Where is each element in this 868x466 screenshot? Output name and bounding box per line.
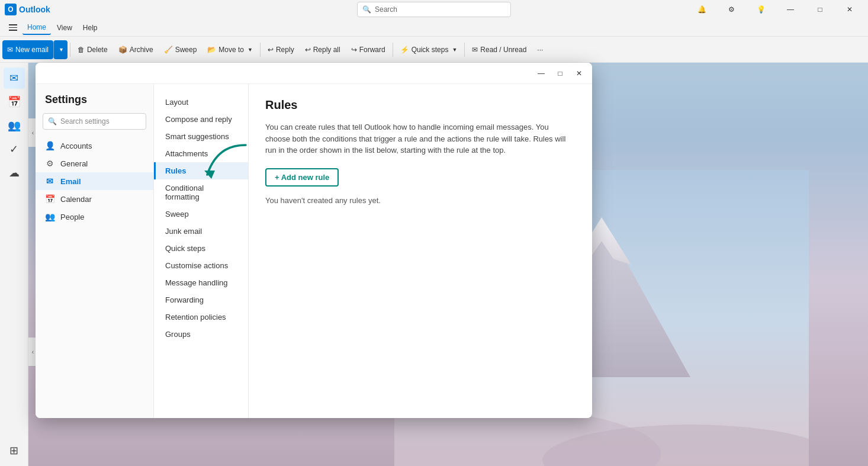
section-conditional[interactable]: Conditional formatting (154, 179, 248, 205)
quicksteps-dropdown-icon: ▼ (452, 47, 457, 53)
sidebar-icon-tasks[interactable]: ✓ (4, 139, 25, 160)
no-rules-message: You haven't created any rules yet. (265, 196, 576, 205)
toolbar-divider-3 (393, 43, 393, 57)
sidebar-icon-mail[interactable]: ✉ (4, 68, 25, 89)
section-attachments[interactable]: Attachments (154, 145, 248, 162)
menu-home[interactable]: Home (22, 21, 51, 35)
delete-button[interactable]: 🗑 Delete (73, 40, 112, 59)
sweep-button[interactable]: 🧹 Sweep (159, 40, 202, 59)
more-button[interactable]: ··· (532, 40, 548, 59)
reply-all-icon: ↩ (305, 46, 311, 54)
lightbulb-icon[interactable]: 💡 (747, 0, 774, 19)
archive-button[interactable]: 📦 Archive (114, 40, 158, 59)
settings-search[interactable]: 🔍 Search settings (43, 113, 146, 130)
more-icon: ··· (537, 46, 543, 54)
calendar-label: Calendar (60, 195, 92, 204)
section-junk[interactable]: Junk email (154, 223, 248, 240)
general-label: General (60, 159, 88, 168)
section-groups[interactable]: Groups (154, 326, 248, 343)
maximize-button[interactable]: □ (806, 0, 834, 19)
sidebar-icon-people[interactable]: 👥 (4, 115, 25, 136)
new-email-group: ✉ New email ▼ (2, 40, 67, 59)
titlebar-left: O Outlook (5, 4, 50, 15)
toolbar: ✉ New email ▼ 🗑 Delete 📦 Archive 🧹 Sweep… (0, 37, 868, 63)
forward-icon: ↪ (351, 46, 357, 54)
section-sweep[interactable]: Sweep (154, 205, 248, 223)
search-icon: 🔍 (362, 5, 371, 14)
settings-nav-people[interactable]: 👥 People (36, 208, 153, 226)
section-retention[interactable]: Retention policies (154, 308, 248, 326)
menubar: Home View Help (0, 19, 868, 37)
search-bar[interactable]: 🔍 Search (357, 2, 511, 17)
read-unread-button[interactable]: ✉ Read / Unread (467, 40, 531, 59)
quick-steps-button[interactable]: ⚡ Quick steps ▼ (396, 40, 462, 59)
settings-nav-general[interactable]: ⚙ General (36, 155, 153, 172)
sidebar-icon-calendar[interactable]: 📅 (4, 91, 25, 113)
settings-nav-accounts[interactable]: 👤 Accounts (36, 137, 153, 155)
close-button[interactable]: ✕ (836, 0, 863, 19)
toolbar-divider-1 (70, 43, 70, 57)
reply-icon: ↩ (268, 46, 274, 54)
app-logo: O Outlook (5, 4, 50, 15)
settings-title: Settings (36, 94, 153, 113)
app-name: Outlook (19, 5, 50, 14)
new-email-dropdown[interactable]: ▼ (53, 40, 67, 59)
settings-search-placeholder: Search settings (60, 117, 110, 126)
settings-left-panel: Settings 🔍 Search settings 👤 Accounts ⚙ … (36, 84, 154, 418)
forward-button[interactable]: ↪ Forward (346, 40, 390, 59)
people-label: People (60, 213, 84, 221)
sidebar-icon-onedrive[interactable]: ☁ (4, 162, 25, 184)
menu-view[interactable]: View (52, 21, 77, 34)
read-icon: ✉ (472, 46, 478, 54)
dialog-maximize-button[interactable]: □ (552, 65, 568, 82)
move-to-button[interactable]: 📂 Move to ▼ (202, 40, 258, 59)
search-placeholder: Search (375, 5, 397, 14)
new-email-label: New email (15, 46, 49, 54)
section-forwarding[interactable]: Forwarding (154, 291, 248, 308)
archive-icon: 📦 (118, 46, 127, 54)
email-nav-icon: ✉ (45, 176, 54, 186)
section-rules[interactable]: Rules (154, 162, 248, 179)
add-rule-label: + Add new rule (275, 173, 329, 182)
sweep-icon: 🧹 (164, 46, 173, 54)
reply-all-button[interactable]: ↩ Reply all (300, 40, 345, 59)
sidebar-icon-apps[interactable]: ⊞ (4, 440, 25, 461)
new-email-button[interactable]: ✉ New email (2, 40, 53, 59)
toolbar-divider-2 (260, 43, 261, 57)
section-customise[interactable]: Customise actions (154, 257, 248, 274)
settings-icon[interactable]: ⚙ (718, 0, 745, 19)
mail-icon: ✉ (7, 46, 13, 54)
moveto-dropdown-icon: ▼ (247, 47, 253, 53)
menu-help[interactable]: Help (78, 21, 102, 34)
email-label: Email (60, 177, 81, 186)
rules-description: You can create rules that tell Outlook h… (265, 121, 576, 156)
titlebar-controls: 🔔 ⚙ 💡 — □ ✕ (688, 0, 863, 19)
dialog-close-button[interactable]: ✕ (571, 65, 587, 82)
settings-nav-calendar[interactable]: 📅 Calendar (36, 190, 153, 208)
accounts-icon: 👤 (45, 141, 54, 150)
chevron-down-icon: ▼ (59, 47, 64, 53)
people-icon: 👥 (45, 212, 54, 221)
settings-nav-email[interactable]: ✉ Email (36, 172, 153, 190)
section-smart-suggestions[interactable]: Smart suggestions (154, 128, 248, 145)
settings-right-panel: Rules You can create rules that tell Out… (249, 84, 592, 418)
section-compose-reply[interactable]: Compose and reply (154, 111, 248, 128)
reply-button[interactable]: ↩ Reply (263, 40, 299, 59)
rules-title: Rules (265, 98, 576, 112)
hamburger-menu[interactable] (5, 20, 21, 36)
sidebar-icons: ✉ 📅 👥 ✓ ☁ ⊞ (0, 63, 28, 466)
add-new-rule-button[interactable]: + Add new rule (265, 168, 339, 187)
notification-icon[interactable]: 🔔 (688, 0, 715, 19)
general-icon: ⚙ (45, 159, 54, 168)
section-quicksteps[interactable]: Quick steps (154, 240, 248, 257)
settings-dialog: — □ ✕ Settings 🔍 Search settings 👤 Accou… (36, 63, 592, 418)
section-layout[interactable]: Layout (154, 94, 248, 111)
section-message-handling[interactable]: Message handling (154, 274, 248, 291)
dialog-titlebar: — □ ✕ (36, 63, 592, 84)
outlook-icon: O (5, 4, 17, 15)
calendar-icon: 📅 (45, 194, 54, 204)
dialog-minimize-button[interactable]: — (533, 65, 549, 82)
dialog-body: Settings 🔍 Search settings 👤 Accounts ⚙ … (36, 84, 592, 418)
moveto-icon: 📂 (207, 46, 216, 54)
minimize-button[interactable]: — (777, 0, 804, 19)
